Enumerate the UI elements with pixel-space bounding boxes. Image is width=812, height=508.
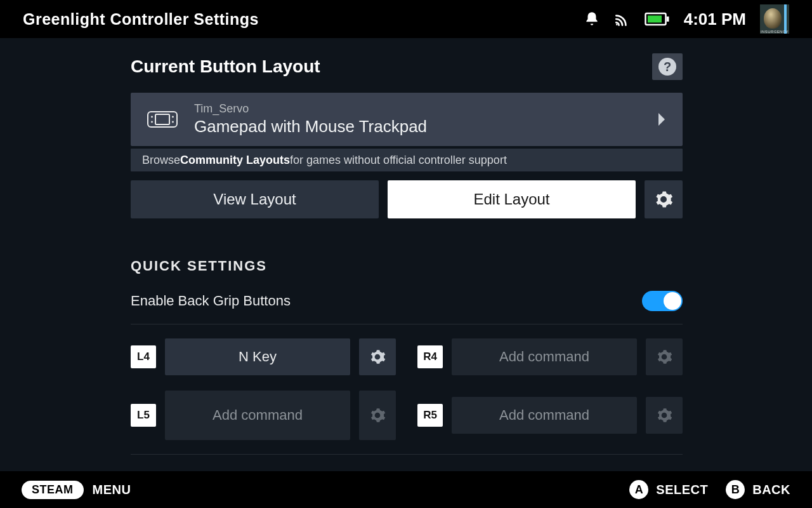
grip-r4-row: R4 Add command (417, 338, 683, 375)
grip-l4-gear[interactable] (359, 338, 396, 375)
cast-icon[interactable] (614, 11, 631, 27)
grip-r5-command[interactable]: Add command (452, 397, 637, 434)
community-layouts-link[interactable]: Browse Community Layouts for games witho… (131, 149, 683, 171)
grip-l5-row: L5 Add command (131, 391, 396, 440)
grip-l4-row: L4 N Key (131, 338, 396, 375)
svg-point-6 (151, 116, 153, 118)
grip-l5-tag: L5 (131, 404, 156, 427)
avatar[interactable]: INSURGENCY (760, 4, 789, 34)
footer-bar: STEAM MENU A SELECT B BACK (0, 471, 812, 508)
grip-r4-command[interactable]: Add command (452, 338, 637, 375)
grip-l5-command[interactable]: Add command (165, 391, 350, 440)
grip-l5-gear[interactable] (359, 391, 396, 440)
quick-settings-title: QUICK SETTINGS (131, 258, 683, 274)
battery-icon[interactable] (645, 11, 670, 27)
current-layout-card[interactable]: Tim_Servo Gamepad with Mouse Trackpad (131, 93, 683, 146)
notifications-icon[interactable] (584, 11, 600, 27)
layout-author: Tim_Servo (194, 102, 427, 116)
top-bar: Greenlight Controller Settings 4:01 PM I… (0, 0, 812, 38)
grip-r5-tag: R5 (417, 404, 443, 427)
b-button-icon: B (726, 480, 745, 499)
hint-select: A SELECT (629, 480, 708, 499)
a-button-icon: A (629, 480, 648, 499)
svg-rect-5 (155, 114, 169, 124)
svg-point-9 (172, 121, 174, 123)
svg-point-8 (172, 116, 174, 118)
clock: 4:01 PM (684, 10, 746, 29)
svg-rect-2 (667, 17, 669, 22)
grip-r4-tag: R4 (417, 345, 443, 368)
grip-r5-row: R5 Add command (417, 391, 683, 440)
help-icon: ? (658, 58, 676, 76)
grip-r5-gear[interactable] (646, 397, 683, 434)
page-title: Greenlight Controller Settings (23, 10, 259, 29)
grip-r4-gear[interactable] (646, 338, 683, 375)
edit-layout-button[interactable]: Edit Layout (388, 180, 636, 218)
steam-button[interactable]: STEAM (22, 481, 84, 499)
steamdeck-icon (147, 111, 178, 128)
layout-name: Gamepad with Mouse Trackpad (194, 117, 427, 137)
menu-label: MENU (93, 483, 131, 497)
help-button[interactable]: ? (652, 53, 683, 80)
view-layout-button[interactable]: View Layout (131, 180, 379, 218)
back-grip-toggle[interactable] (642, 291, 683, 311)
grip-l4-tag: L4 (131, 345, 156, 368)
section-title: Current Button Layout (131, 57, 320, 77)
hint-back: B BACK (726, 480, 790, 499)
svg-point-0 (616, 23, 618, 25)
grip-l4-command[interactable]: N Key (165, 338, 350, 375)
layout-settings-button[interactable] (645, 180, 683, 218)
svg-rect-3 (648, 16, 662, 23)
svg-point-7 (151, 121, 153, 123)
chevron-right-icon (657, 113, 666, 126)
back-grip-toggle-label: Enable Back Grip Buttons (131, 293, 291, 309)
